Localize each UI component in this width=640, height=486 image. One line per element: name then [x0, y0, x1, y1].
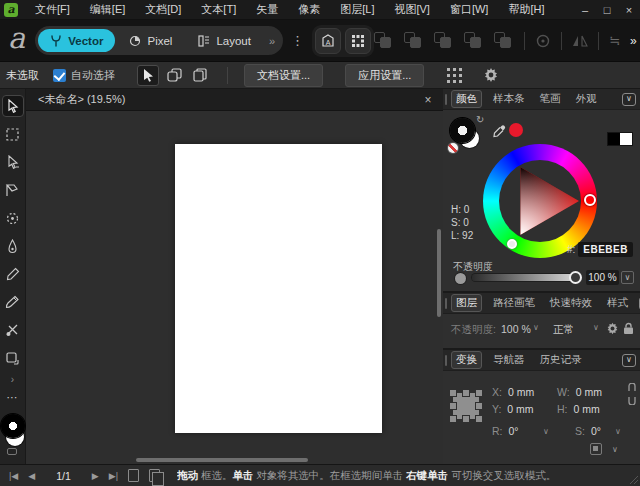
sl-selector[interactable] — [507, 239, 517, 249]
blend-mode-select[interactable]: 正常 — [553, 323, 574, 337]
close-button[interactable]: × — [618, 1, 640, 19]
menu-pixel[interactable]: 像素 — [289, 0, 329, 19]
tab-swatches[interactable]: 样本条 — [489, 91, 529, 107]
place-image-button[interactable]: A — [315, 28, 341, 54]
no-fill-icon[interactable] — [448, 143, 458, 153]
menu-layer[interactable]: 图层[L] — [331, 0, 383, 19]
spread-view-icon[interactable] — [149, 469, 160, 482]
panel-collapse-button[interactable]: ∨ — [622, 354, 636, 367]
app-settings-button[interactable]: 应用设置... — [345, 64, 424, 87]
tab-history[interactable]: 历史记录 — [536, 352, 586, 368]
eyedropper-icon[interactable] — [492, 124, 507, 139]
vertical-scrollbar-thumb[interactable] — [437, 229, 441, 317]
transform-shear-field[interactable]: S:0° — [575, 425, 601, 437]
hex-value-field[interactable]: EBEBEB — [578, 242, 633, 257]
menu-window[interactable]: 窗口[W] — [441, 0, 498, 19]
tab-vector-brushes[interactable]: 路径画笔 — [489, 295, 539, 311]
menu-document[interactable]: 文档[D] — [136, 0, 190, 19]
stroke-fill-color-well[interactable] — [0, 414, 26, 456]
active-color-swatches[interactable]: ↻ — [450, 118, 486, 154]
transform-h-field[interactable]: H:0 mm — [557, 403, 600, 415]
layer-opacity-dropdown-icon[interactable]: ∨ — [533, 323, 539, 332]
swatches-grid-button[interactable] — [345, 28, 371, 54]
tab-color[interactable]: 颜色 — [451, 90, 482, 108]
single-page-view-icon[interactable] — [128, 469, 139, 482]
opacity-dropdown-icon[interactable]: ∨ — [621, 271, 634, 284]
shape-tool[interactable] — [2, 347, 24, 369]
tab-close-icon[interactable]: × — [421, 93, 435, 107]
tab-navigator[interactable]: 导航器 — [489, 352, 529, 368]
rotation-dropdown-icon[interactable]: ∨ — [543, 427, 549, 436]
auto-select-option[interactable]: 自动选择 — [53, 68, 115, 83]
tab-transform[interactable]: 变换 — [451, 351, 482, 369]
persona-vector[interactable]: Vector — [38, 29, 115, 52]
window-resize-grip[interactable] — [628, 474, 638, 484]
transform-objects-separately-icon[interactable] — [590, 443, 602, 455]
tab-layers[interactable]: 图层 — [451, 294, 482, 312]
hue-selector[interactable] — [584, 194, 596, 206]
layer-opacity-value[interactable]: 100 % — [501, 323, 531, 335]
stroke-color-swatch[interactable] — [450, 118, 475, 143]
select-group-mode-button[interactable] — [163, 65, 185, 86]
next-page-button[interactable]: ▶ — [89, 471, 102, 481]
opacity-value-field[interactable]: 100 % — [586, 270, 619, 285]
stroke-color-swatch[interactable] — [1, 414, 25, 438]
horizontal-scrollbar-thumb[interactable] — [136, 458, 308, 462]
fill-tool[interactable] — [2, 319, 24, 341]
hsl-color-wheel[interactable] — [483, 144, 597, 258]
menu-view[interactable]: 视图[V] — [385, 0, 438, 19]
maximize-button[interactable]: □ — [596, 1, 618, 19]
link-dimensions-icon[interactable] — [628, 383, 636, 405]
tab-styles[interactable]: 样式 — [603, 295, 632, 311]
select-object-mode-button[interactable] — [137, 65, 159, 86]
persona-pixel[interactable]: Pixel — [117, 29, 184, 52]
tab-appearance[interactable]: 外观 — [572, 91, 601, 107]
menu-text[interactable]: 文本[T] — [192, 0, 245, 19]
auto-select-checkbox[interactable] — [53, 69, 66, 82]
document-page[interactable] — [175, 144, 382, 433]
noise-toggle-icon[interactable] — [455, 273, 466, 284]
panel-collapse-button[interactable]: ∨ — [622, 93, 636, 106]
tool-flyout-arrow-icon[interactable]: › — [11, 374, 14, 385]
tab-quick-fx[interactable]: 快速特效 — [546, 295, 596, 311]
menu-edit[interactable]: 编辑[E] — [81, 0, 134, 19]
white-swatch[interactable] — [620, 133, 632, 145]
gear-icon[interactable] — [483, 67, 499, 83]
move-tool[interactable] — [2, 95, 24, 117]
transform-x-field[interactable]: X:0 mm — [492, 386, 534, 398]
transform-rotation-field[interactable]: R:0° — [492, 425, 519, 437]
previous-page-button[interactable]: ◀ — [25, 471, 38, 481]
menu-file[interactable]: 文件[F] — [26, 0, 79, 19]
transform-options-dropdown-icon[interactable]: ∨ — [612, 445, 618, 454]
blackwhite-toggle[interactable] — [608, 133, 632, 145]
transform-y-field[interactable]: Y:0 mm — [492, 403, 534, 415]
layer-settings-gear-icon[interactable] — [606, 322, 619, 335]
first-page-button[interactable]: |◀ — [6, 471, 21, 481]
opacity-slider[interactable] — [472, 274, 577, 281]
transform-w-field[interactable]: W:0 mm — [557, 386, 602, 398]
panel-drag-handle[interactable] — [445, 355, 447, 366]
blend-mode-dropdown-icon[interactable]: ∨ — [593, 323, 599, 332]
canvas-viewport[interactable] — [26, 111, 443, 464]
pen-tool[interactable] — [2, 235, 24, 257]
corner-tool[interactable] — [2, 207, 24, 229]
swap-colors-icon[interactable]: ↻ — [476, 114, 484, 125]
layer-lock-icon[interactable] — [623, 322, 634, 335]
artboard-tool[interactable] — [2, 123, 24, 145]
black-swatch[interactable] — [608, 133, 620, 145]
minimize-button[interactable]: – — [574, 1, 596, 19]
document-setup-button[interactable]: 文档设置... — [244, 64, 323, 87]
anchor-point-selector[interactable] — [453, 393, 479, 419]
margins-icon[interactable] — [446, 67, 463, 84]
last-page-button[interactable]: ▶| — [106, 471, 121, 481]
panel-drag-handle[interactable] — [445, 298, 447, 309]
select-layer-mode-button[interactable] — [189, 65, 211, 86]
vector-brush-tool[interactable] — [2, 291, 24, 313]
node-tool[interactable] — [2, 151, 24, 173]
toolbar-overflow-icon[interactable]: » — [630, 34, 637, 48]
more-tools-icon[interactable]: ⋯ — [7, 391, 19, 404]
persona-overflow-icon[interactable]: » — [269, 35, 275, 47]
horizontal-scrollbar[interactable] — [26, 458, 435, 463]
menu-vector[interactable]: 矢量 — [247, 0, 287, 19]
document-tab[interactable]: <未命名> (19.5%) — [38, 92, 125, 107]
